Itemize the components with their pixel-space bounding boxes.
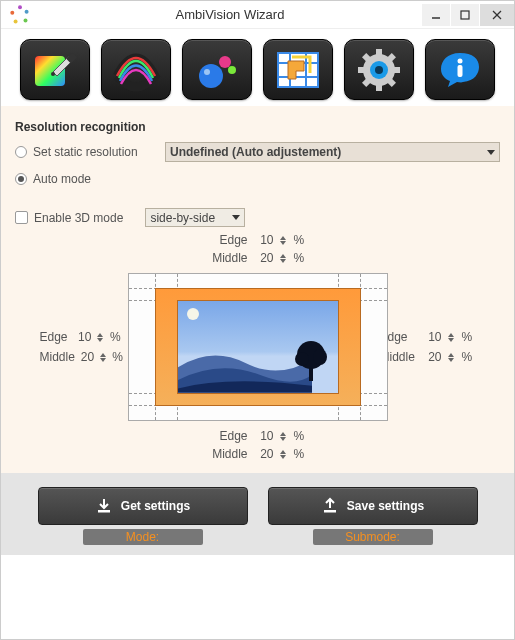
svg-point-13 xyxy=(204,69,210,75)
auto-mode-radio[interactable] xyxy=(15,173,27,185)
chevron-down-icon xyxy=(232,215,240,220)
mode-indicator: Mode: xyxy=(83,529,203,545)
svg-rect-39 xyxy=(98,510,110,513)
resolution-select[interactable]: Undefined (Auto adjustement) xyxy=(165,142,500,162)
svg-rect-23 xyxy=(376,83,382,91)
color-picker-icon[interactable] xyxy=(20,39,90,100)
resolution-select-value: Undefined (Auto adjustement) xyxy=(170,145,341,159)
svg-point-12 xyxy=(199,64,223,88)
svg-rect-22 xyxy=(376,49,382,57)
left-edge-value[interactable]: 10 xyxy=(75,330,91,344)
svg-point-0 xyxy=(18,5,22,9)
svg-point-32 xyxy=(458,58,463,63)
led-strip-icon[interactable] xyxy=(101,39,171,100)
minimize-button[interactable] xyxy=(422,4,450,26)
top-middle-value[interactable]: 20 xyxy=(254,251,274,265)
3d-mode-select[interactable]: side-by-side xyxy=(145,208,245,227)
top-middle-control: Middle 20 % xyxy=(208,251,308,265)
bottom-middle-control: Middle 20 % xyxy=(208,447,308,461)
chevron-down-icon xyxy=(487,150,495,155)
bottom-middle-value[interactable]: 20 xyxy=(254,447,274,461)
svg-point-3 xyxy=(14,19,18,23)
top-middle-spinner[interactable] xyxy=(280,251,288,265)
top-edge-value[interactable]: 10 xyxy=(254,233,274,247)
submode-indicator: Submode: xyxy=(313,529,433,545)
static-resolution-label: Set static resolution xyxy=(33,145,159,159)
enable-3d-label: Enable 3D mode xyxy=(34,211,123,225)
static-resolution-radio[interactable] xyxy=(15,146,27,158)
svg-rect-33 xyxy=(458,65,463,77)
bubbles-icon[interactable] xyxy=(182,39,252,100)
svg-point-11 xyxy=(51,72,55,76)
svg-rect-40 xyxy=(324,510,336,513)
save-settings-button[interactable]: Save settings xyxy=(268,487,478,525)
left-edge-control: Edge 10 % xyxy=(40,330,122,344)
right-edge-control: Edge 10 % xyxy=(380,330,476,344)
auto-mode-label: Auto mode xyxy=(33,172,91,186)
get-settings-button[interactable]: Get settings xyxy=(38,487,248,525)
window-title: AmbiVision Wizard xyxy=(39,7,421,22)
maximize-button[interactable] xyxy=(451,4,479,26)
left-middle-control: Middle 20 % xyxy=(40,350,122,364)
info-icon[interactable] xyxy=(425,39,495,100)
left-middle-value[interactable]: 20 xyxy=(81,350,94,364)
close-button[interactable] xyxy=(480,4,514,26)
svg-point-15 xyxy=(228,66,236,74)
right-middle-value[interactable]: 20 xyxy=(422,350,442,364)
toolbar xyxy=(1,29,514,106)
bottom-middle-spinner[interactable] xyxy=(280,447,288,461)
get-settings-label: Get settings xyxy=(121,499,190,513)
bottom-edge-control: Edge 10 % xyxy=(208,429,308,443)
enable-3d-checkbox[interactable] xyxy=(15,211,28,224)
content-panel: Resolution recognition Set static resolu… xyxy=(1,106,514,473)
app-logo-icon xyxy=(9,4,31,26)
bottom-edge-value[interactable]: 10 xyxy=(254,429,274,443)
titlebar: AmbiVision Wizard xyxy=(1,1,514,29)
gear-icon[interactable] xyxy=(344,39,414,100)
resolution-title: Resolution recognition xyxy=(7,118,508,140)
layout-icon[interactable] xyxy=(263,39,333,100)
svg-point-37 xyxy=(295,352,309,366)
svg-point-1 xyxy=(25,9,29,13)
top-edge-spinner[interactable] xyxy=(280,233,288,247)
footer: Get settings Mode: Save settings Submode… xyxy=(1,473,514,555)
3d-mode-value: side-by-side xyxy=(150,211,215,225)
svg-point-14 xyxy=(219,56,231,68)
svg-rect-24 xyxy=(358,67,366,73)
bottom-edge-spinner[interactable] xyxy=(280,429,288,443)
left-middle-spinner[interactable] xyxy=(100,350,106,364)
svg-point-2 xyxy=(24,18,28,22)
right-middle-control: Middle 20 % xyxy=(380,350,476,364)
left-edge-spinner[interactable] xyxy=(97,330,104,344)
svg-point-31 xyxy=(375,66,383,74)
download-icon xyxy=(95,497,113,515)
right-edge-spinner[interactable] xyxy=(448,330,456,344)
preview-diagram xyxy=(128,273,388,421)
top-edge-control: Edge 10 % xyxy=(208,233,308,247)
save-settings-label: Save settings xyxy=(347,499,424,513)
svg-point-4 xyxy=(10,10,14,14)
right-edge-value[interactable]: 10 xyxy=(422,330,442,344)
svg-rect-6 xyxy=(461,11,469,19)
upload-icon xyxy=(321,497,339,515)
svg-point-38 xyxy=(313,349,327,365)
svg-rect-25 xyxy=(392,67,400,73)
svg-point-34 xyxy=(187,308,199,320)
right-middle-spinner[interactable] xyxy=(448,350,456,364)
